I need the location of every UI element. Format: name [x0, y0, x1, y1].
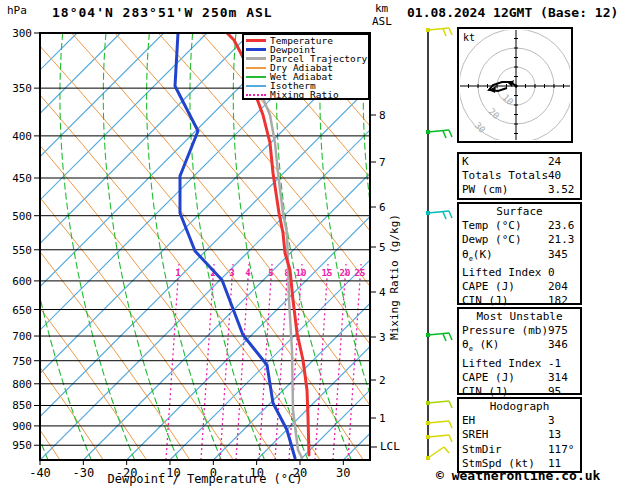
table-row: Pressure (mb)975: [462, 324, 577, 338]
wind-barb-icon: [426, 333, 452, 341]
altitude-axis-unit-km: km: [375, 3, 388, 15]
altitude-tick-label: 7: [379, 156, 386, 169]
row-value: 13: [548, 428, 561, 442]
skewt-sounding-page: { "header": { "pressure_unit": "hPa", "t…: [0, 0, 629, 486]
row-label: K: [462, 155, 548, 169]
row-label: Temp (°C): [462, 219, 548, 233]
wind-barb-icon: [426, 28, 452, 36]
row-label: Totals Totals: [462, 169, 548, 183]
mixing-ratio-value-label: 3: [229, 268, 234, 278]
temperature-tick-label: -40: [29, 466, 51, 480]
legend: TemperatureDewpointParcel TrajectoryDry …: [242, 33, 370, 100]
mixing-ratio-line: [166, 264, 179, 460]
mixing-ratio-value-label: 1: [175, 268, 180, 278]
pressure-tick-label: 800: [12, 378, 32, 391]
legend-line-sample: [246, 76, 266, 78]
pressure-tick-label: 600: [12, 275, 32, 288]
row-value: 23.6: [548, 219, 575, 233]
table-row: Totals Totals40: [462, 169, 577, 183]
row-label: θe(K): [462, 248, 548, 266]
run-date-label: 01.08.2024 12GMT (Base: 12): [407, 5, 618, 20]
mixing-ratio-value-label: 25: [355, 268, 366, 278]
legend-line-sample: [246, 39, 266, 42]
table-row: θe (K)346: [462, 338, 577, 356]
row-label: θe (K): [462, 338, 548, 356]
wind-barb-icon: [426, 401, 452, 408]
table-title: Surface: [462, 205, 577, 219]
row-value: 3.52: [548, 183, 575, 197]
table-row: Lifted Index0: [462, 266, 577, 280]
pressure-tick-label: 650: [12, 304, 32, 317]
wind-barb-icon: [426, 421, 452, 428]
pressure-tick-label: 700: [12, 330, 32, 343]
row-label: Pressure (mb): [462, 324, 548, 338]
row-label: Lifted Index: [462, 266, 548, 280]
hodograph-panel: 102030kt: [458, 28, 573, 143]
wind-barb-icon: [426, 435, 452, 442]
table-row: Dewp (°C)21.3: [462, 233, 577, 247]
row-label: PW (cm): [462, 183, 548, 197]
page-title: 18°04'N 283°51'W 250m ASL: [52, 5, 273, 20]
legend-label: Mixing Ratio: [270, 90, 339, 99]
row-value: -1: [548, 357, 561, 371]
row-label: Lifted Index: [462, 357, 548, 371]
table-surface: SurfaceTemp (°C)23.6Dewp (°C)21.3θe(K)34…: [457, 202, 582, 305]
pressure-tick-label: 550: [12, 244, 32, 257]
altitude-tick-label: 5: [379, 241, 386, 254]
row-value: 11: [548, 457, 561, 471]
altitude-tick-label: 2: [379, 374, 386, 387]
dry-adiabat-line: [592, 33, 629, 460]
table-row: StmSpd (kt)11: [462, 457, 577, 471]
row-label: StmSpd (kt): [462, 457, 548, 471]
table-row: CAPE (J)204: [462, 280, 577, 294]
pressure-tick-label: 950: [12, 439, 32, 452]
row-value: 314: [548, 371, 568, 385]
legend-line-sample: [246, 48, 266, 51]
altitude-axis-unit-asl: ASL: [372, 16, 392, 28]
wind-barb-icon: [426, 211, 452, 219]
altitude-tick-label: 3: [379, 331, 386, 344]
mixing-ratio-value-label: 15: [322, 268, 333, 278]
mixing-ratio-value-label: 10: [296, 268, 307, 278]
mixing-ratio-value-label: 4: [245, 268, 251, 278]
row-label: Dewp (°C): [462, 233, 548, 247]
row-label: CAPE (J): [462, 371, 548, 385]
wet-adiabat-line: [0, 33, 5, 460]
wet-adiabat-line: [623, 33, 629, 460]
legend-line-sample: [246, 57, 266, 60]
temperature-axis-label: Dewpoint / Temperature (°C): [75, 472, 335, 486]
row-label: StmDir: [462, 443, 548, 457]
table-row: θe(K)345: [462, 248, 577, 266]
table-most-unstable: Most UnstablePressure (mb)975θe (K)346Li…: [457, 307, 582, 395]
legend-line-sample: [246, 67, 266, 69]
table-row: EH3: [462, 414, 577, 428]
pressure-tick-label: 450: [12, 172, 32, 185]
pressure-axis-unit: hPa: [7, 5, 27, 17]
row-label: SREH: [462, 428, 548, 442]
isotherm-line: [0, 33, 250, 460]
mixing-ratio-value-label: 20: [340, 268, 351, 278]
altitude-tick-label: 8: [379, 109, 386, 122]
row-value: 0: [548, 266, 555, 280]
wind-barb-column: [426, 28, 452, 460]
lcl-marker-label: LCL: [380, 441, 400, 453]
pressure-tick-label: 300: [12, 27, 32, 40]
table-title: Hodograph: [462, 400, 577, 414]
altitude-tick-label: 6: [379, 201, 386, 214]
pressure-tick-label: 350: [12, 82, 32, 95]
pressure-tick-label: 400: [12, 130, 32, 143]
pressure-tick-label: 900: [12, 420, 32, 433]
mixing-ratio-axis-label: Mixing Ratio (g/kg): [388, 214, 401, 340]
table-title: Most Unstable: [462, 310, 577, 324]
row-value: 345: [548, 248, 568, 266]
table-indices: K24Totals Totals40PW (cm)3.52: [457, 152, 582, 200]
row-label: CAPE (J): [462, 280, 548, 294]
table-row: PW (cm)3.52: [462, 183, 577, 197]
legend-line-sample: [246, 85, 266, 87]
row-value: 346: [548, 338, 568, 356]
row-value: 204: [548, 280, 568, 294]
row-label: EH: [462, 414, 548, 428]
wind-barb-icon: [426, 130, 452, 138]
table-row: K24: [462, 155, 577, 169]
hodograph-unit-label: kt: [463, 32, 475, 43]
